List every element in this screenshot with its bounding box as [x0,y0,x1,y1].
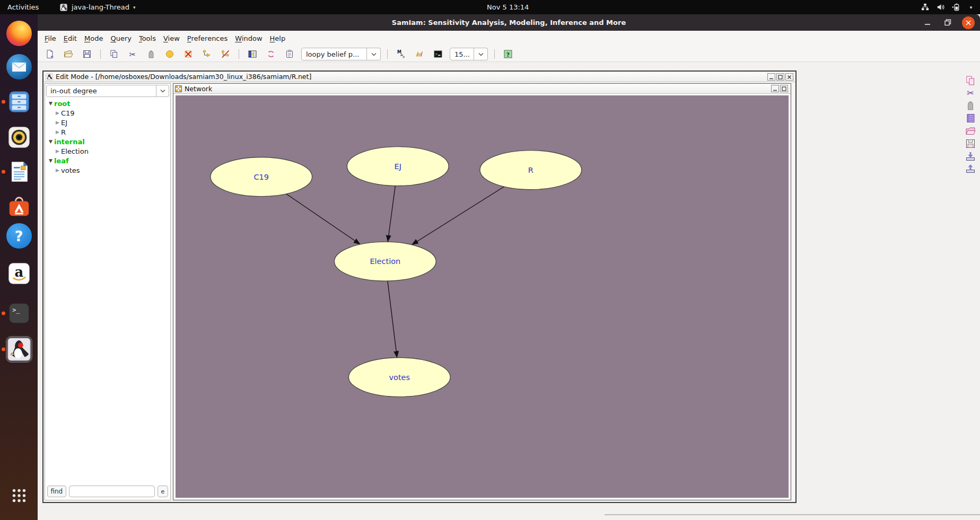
edit-frame-titlebar[interactable]: Edit Mode - [/home/osboxes/Downloads/sam… [43,72,795,82]
menu-file[interactable]: File [41,31,60,47]
tree-group-leaf[interactable]: ▼leaf [45,156,170,165]
edit-cpt-button[interactable] [246,48,259,60]
frame-minimize-button[interactable] [767,73,775,81]
tree-node-votes[interactable]: ▶votes [45,165,170,175]
delete-edge-button[interactable] [218,48,232,60]
network-node-C19[interactable]: C19 [211,157,312,197]
menu-mode[interactable]: Mode [81,31,107,47]
save-instantiation-button[interactable] [965,138,976,149]
collapsed-triangle-icon[interactable]: ▶ [54,148,61,154]
chevron-down-icon[interactable] [474,48,488,60]
tree-group-internal[interactable]: ▼internal [45,137,170,146]
chevron-down-icon[interactable] [367,48,381,60]
edge-R-Election[interactable] [412,187,504,245]
tree-node-C19[interactable]: ▶C19 [45,108,170,118]
evidence-notebook-button[interactable] [965,112,976,124]
clock[interactable]: Nov 5 13:14 [487,0,529,14]
frame-maximize-button[interactable] [776,73,784,81]
dock-terminal[interactable]: >_ [0,298,38,328]
dock-show-applications[interactable] [0,481,38,510]
libreoffice-writer-icon [7,160,31,184]
tree-node-EJ[interactable]: ▶EJ [45,118,170,127]
cut-button[interactable]: ✂ [126,48,139,60]
collapsed-triangle-icon[interactable]: ▶ [54,129,61,135]
dock-amazon[interactable]: a [0,259,38,288]
export-icon [965,163,976,174]
menu-tools[interactable]: Tools [135,31,160,47]
dock-samiam-java[interactable] [0,334,38,364]
pink-copy-icon [965,75,976,86]
find-input[interactable] [69,486,155,497]
dock-ubuntu-software[interactable] [0,192,38,222]
mpe-tool-button[interactable] [413,48,426,60]
find-aux-button[interactable]: e [158,486,168,497]
network-canvas[interactable]: C19EJRElectionvotes [174,94,790,499]
network-node-votes[interactable]: votes [348,358,450,397]
window-titlebar[interactable]: SamIam: Sensitivity Analysis, Modeling, … [38,14,980,31]
tree-node-Election[interactable]: ▶Election [45,146,170,156]
expanded-triangle-icon[interactable]: ▼ [47,101,54,106]
dock-firefox[interactable] [0,19,38,48]
chevron-down-icon[interactable] [156,85,169,97]
menu-window[interactable]: Window [231,31,266,47]
menu-help[interactable]: Help [266,31,290,47]
cut-tool-button[interactable]: ✂ [965,87,976,99]
dock-rhythmbox[interactable] [0,122,38,152]
tree-view-select[interactable]: in-out degree [46,85,169,97]
instantiation-clipboard-button[interactable] [283,48,296,60]
edge-EJ-Election[interactable] [388,186,395,242]
menu-view[interactable]: View [160,31,183,47]
retract-evidence-button[interactable] [264,48,278,60]
network-frame-titlebar[interactable]: Network [173,84,791,94]
console-button[interactable]: > [431,48,445,60]
help-button[interactable]: ? [501,48,515,60]
network-node-R[interactable]: R [480,151,582,190]
dock-files[interactable] [0,87,38,117]
new-network-button[interactable] [43,48,57,60]
find-button[interactable]: find [47,486,66,497]
tree-group-root[interactable]: ▼root [45,99,170,108]
menu-preferences[interactable]: Preferences [183,31,231,47]
restore-button[interactable] [942,17,953,29]
create-node-button[interactable] [163,48,177,60]
export-instantiation-button[interactable] [965,163,976,174]
tree-node-R[interactable]: ▶R [45,127,170,137]
paste-button[interactable] [144,48,158,60]
network-node-EJ[interactable]: EJ [347,147,449,186]
edge-Election-votes[interactable] [388,281,397,358]
network-minimize-button[interactable] [771,85,779,92]
collapsed-triangle-icon[interactable]: ▶ [54,120,61,125]
open-instantiation-button[interactable] [965,125,976,137]
inference-algorithm-select[interactable]: loopy belief p... [301,48,381,60]
copy-button[interactable] [107,48,121,60]
minimize-button[interactable] [922,17,933,29]
firefox-icon [6,21,32,46]
app-menu-button[interactable]: java-lang-Thread ▾ [59,0,135,14]
map-tool-button[interactable]: MAP [394,48,408,60]
delete-node-button[interactable] [181,48,195,60]
menu-query[interactable]: Query [107,31,135,47]
close-button[interactable] [962,16,975,29]
activities-button[interactable]: Activities [7,0,39,14]
paste-tool-button[interactable] [965,100,976,111]
edge-C19-Election[interactable] [286,194,361,244]
system-status-area[interactable]: ▾ [919,0,977,14]
expanded-triangle-icon[interactable]: ▼ [47,139,54,144]
dock-help[interactable]: ? [0,221,38,251]
zoom-select[interactable]: 15... [450,48,488,60]
swap-arrows-icon [266,49,276,59]
collapsed-triangle-icon[interactable]: ▶ [54,110,61,116]
create-edge-button[interactable] [200,48,214,60]
copy-tool-button[interactable] [965,75,976,86]
frame-close-button[interactable] [785,73,793,81]
open-network-button[interactable] [62,48,75,60]
menu-edit[interactable]: Edit [60,31,81,47]
import-instantiation-button[interactable] [965,151,976,162]
dock-libreoffice-writer[interactable] [0,157,38,187]
save-network-button[interactable] [80,48,94,60]
dock-thunderbird[interactable] [0,52,38,82]
collapsed-triangle-icon[interactable]: ▶ [54,168,61,173]
expanded-triangle-icon[interactable]: ▼ [47,158,54,163]
network-node-Election[interactable]: Election [334,242,436,281]
network-maximize-button[interactable] [780,85,788,92]
